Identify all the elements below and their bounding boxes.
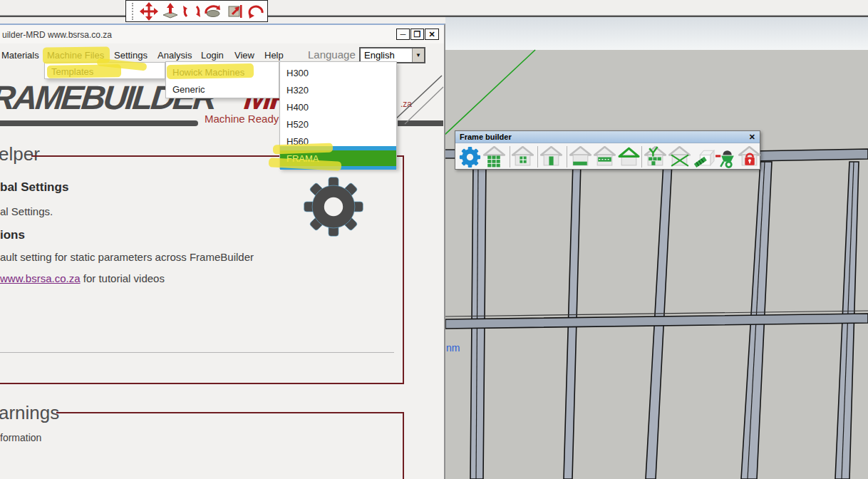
- bracing-icon[interactable]: [668, 146, 691, 168]
- toolbar-separator: [641, 146, 642, 168]
- global-settings-heading: bal Settings: [0, 180, 68, 195]
- chevron-down-icon[interactable]: ▼: [412, 48, 424, 62]
- toolbar-grip[interactable]: [132, 3, 134, 20]
- helper-heading: elper: [0, 143, 40, 165]
- close-icon[interactable]: ✕: [749, 133, 755, 142]
- tutorial-suffix: for tutorial videos: [81, 272, 165, 284]
- wall-grid-icon[interactable]: [483, 146, 505, 168]
- language-label: Language: [308, 48, 356, 61]
- orbit-icon[interactable]: [204, 2, 222, 21]
- roof-icon[interactable]: [618, 146, 640, 168]
- menu-materials[interactable]: Materials: [1, 50, 39, 61]
- menu-settings[interactable]: Settings: [114, 50, 148, 61]
- tutorial-link[interactable]: www.bsrsa.co.za: [0, 272, 81, 284]
- toolbar-separator: [510, 146, 510, 168]
- menu-item-h520[interactable]: H520: [280, 115, 396, 133]
- window-title: uilder-MRD www.bsrsa.co.za: [2, 30, 112, 40]
- menu-view[interactable]: View: [234, 50, 254, 61]
- menu-analysis[interactable]: Analysis: [157, 50, 192, 61]
- logo-swoosh: [0, 120, 198, 126]
- settings-gear-icon[interactable]: [459, 146, 481, 168]
- section-divider: [0, 352, 394, 353]
- window-titlebar[interactable]: uilder-MRD www.bsrsa.co.za ─ ❒ ✕: [0, 25, 444, 43]
- gear-icon: [302, 175, 365, 238]
- warnings-box-right: [403, 412, 404, 479]
- menu-item-generic[interactable]: Generic: [166, 81, 279, 98]
- green-axis-line: [445, 50, 535, 135]
- floor-icon[interactable]: [569, 146, 591, 168]
- toolbar-separator: [537, 146, 538, 168]
- pallet-export-icon[interactable]: [693, 146, 715, 168]
- pushpull-icon[interactable]: [161, 2, 180, 21]
- maximize-button[interactable]: ❒: [410, 29, 424, 40]
- helper-box-right: [403, 155, 404, 384]
- minimize-button[interactable]: ─: [396, 29, 410, 40]
- zoom-extents-icon[interactable]: [225, 2, 244, 21]
- global-settings-body: al Settings.: [0, 205, 53, 217]
- highlight-marker: [47, 64, 121, 78]
- close-button[interactable]: ✕: [425, 29, 439, 40]
- material-barrow-icon[interactable]: [715, 146, 738, 168]
- menu-help[interactable]: Help: [264, 50, 284, 61]
- menu-login[interactable]: Login: [201, 50, 224, 61]
- window-icon[interactable]: [512, 146, 534, 168]
- 3d-viewport[interactable]: nm: [445, 16, 868, 479]
- lock-icon[interactable]: [738, 146, 760, 168]
- frame-builder-title: Frame builder: [460, 133, 749, 141]
- language-value: English: [361, 50, 412, 61]
- options-body: ault setting for static parameters acros…: [0, 251, 254, 263]
- menu-item-h300[interactable]: H300: [280, 64, 396, 81]
- frame-builder-toolbar: Frame builder ✕: [455, 130, 760, 170]
- frame-builder-titlebar[interactable]: Frame builder ✕: [455, 131, 760, 143]
- ceiling-band-icon[interactable]: [594, 146, 616, 168]
- truss-icon[interactable]: [644, 146, 666, 168]
- toolbar-separator: [567, 146, 567, 168]
- menu-item-h320[interactable]: H320: [280, 81, 396, 98]
- menu-item-h400[interactable]: H400: [280, 98, 396, 115]
- sketchup-nav-toolbar: [125, 0, 268, 22]
- tutorial-line: www.bsrsa.co.za for tutorial videos: [0, 272, 165, 284]
- previous-view-icon[interactable]: [247, 2, 265, 21]
- dimension-label: nm: [446, 342, 460, 354]
- logo-tagline: Machine Ready D: [205, 113, 289, 125]
- frame-model[interactable]: [445, 16, 868, 479]
- warnings-heading: arnings: [0, 402, 59, 424]
- warnings-body: formation: [0, 432, 41, 443]
- warnings-rule: [56, 412, 403, 413]
- door-stud-icon[interactable]: [540, 146, 562, 168]
- screen: nm: [0, 0, 868, 479]
- highlight-marker: [167, 63, 254, 79]
- helper-box-bottom: [0, 383, 404, 384]
- rotate-icon[interactable]: [182, 2, 201, 21]
- options-heading: ions: [0, 228, 25, 242]
- pan-icon[interactable]: [140, 2, 158, 21]
